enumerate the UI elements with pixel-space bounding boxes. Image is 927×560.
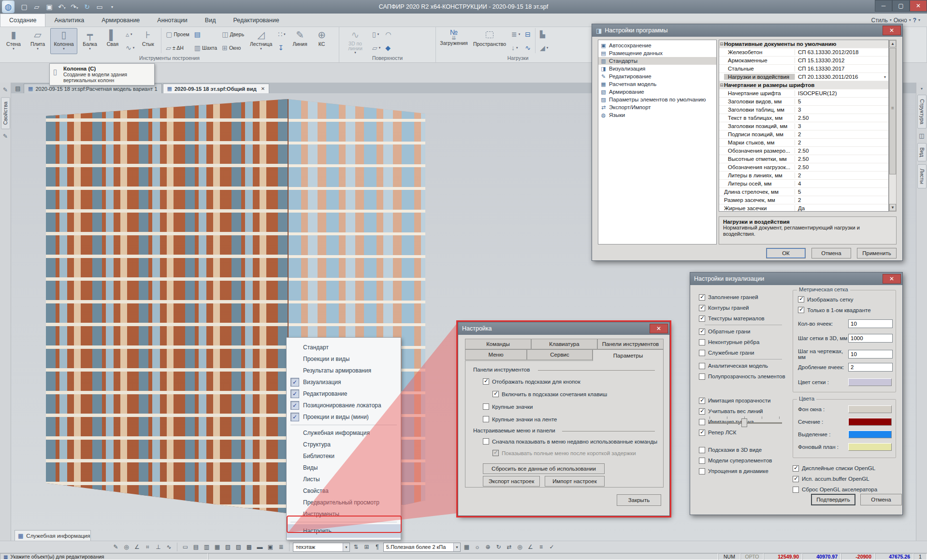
toolbar-icon[interactable]: ∿ <box>164 543 174 552</box>
context-menu-item[interactable]: ✓ Свойства <box>287 485 401 497</box>
slope-load-button[interactable]: ◢▾ <box>538 42 550 54</box>
toolbar-icon[interactable]: ▭ <box>181 543 190 552</box>
toolbar-icon[interactable]: ▨ <box>234 543 243 552</box>
database-icon[interactable]: ◫ <box>916 132 927 139</box>
joint-button[interactable]: ⊦Стык <box>137 28 159 54</box>
sheets-panel-tab[interactable]: Листы <box>917 164 927 188</box>
toolbar-icon[interactable]: ▥ <box>202 543 211 552</box>
vis-checkbox-row[interactable]: Контуры граней <box>690 302 792 313</box>
load-case-combobox[interactable]: 5.Полезная более 2 кПа ▼ <box>383 543 461 552</box>
qat-overflow-icon[interactable]: ▾ <box>107 5 117 9</box>
save-file-icon[interactable]: ▣ <box>44 3 54 11</box>
customize-dialog-titlebar[interactable]: Настройка ✕ <box>458 322 669 335</box>
close-dialog-button[interactable]: ✕ <box>650 324 668 333</box>
checkbox-large-ribbon-icons[interactable]: Крупные значки на ленте <box>483 416 557 422</box>
tree-item[interactable]: ✎ Редактирование <box>598 72 716 80</box>
toolbar-icon[interactable]: ▩ <box>245 543 254 552</box>
tab-analytics[interactable]: Аналитика <box>45 14 93 27</box>
window-menu-item[interactable]: Окно <box>894 17 907 24</box>
property-row[interactable]: ⊟ Размер засечек, мм 2 ▾ <box>719 196 888 204</box>
point-load-button[interactable]: ↓▾ <box>509 42 522 54</box>
context-menu-item[interactable]: ✓ Стандарт <box>287 342 401 353</box>
anchor-button[interactable]: ↧ <box>276 42 287 54</box>
background-plan-swatch[interactable] <box>848 443 892 451</box>
slab-button[interactable]: ▱Плита▾ <box>26 28 49 54</box>
tab-create[interactable]: Создание <box>0 14 45 27</box>
checkbox-large-icons[interactable]: Крупные значки <box>483 403 533 410</box>
delta-h-button[interactable]: ▱± ΔН <box>164 42 191 54</box>
space-button[interactable]: Пространство <box>471 28 508 54</box>
vis-checkbox-row[interactable]: Упрощения в динамике <box>690 466 792 476</box>
tab-keyboard[interactable]: Клавиатура <box>531 339 597 349</box>
property-row[interactable]: ⊟ Текст в таблицах, мм 2.50 ▾ <box>719 114 888 122</box>
context-menu-item-customize[interactable]: ✓ Настроить... <box>287 524 401 538</box>
property-row[interactable]: ⊟ Заголовки позиций, мм 3 ▾ <box>719 122 888 130</box>
property-row[interactable]: ⊟ Нормативные документы по умолчанию ▾ <box>719 40 888 48</box>
toolbar-icon[interactable]: ∠ <box>526 543 535 552</box>
toolbar-icon[interactable]: ☼ <box>473 543 482 552</box>
checkbox-include-shortcuts[interactable]: Включить в подсказки сочетания клавиш <box>492 391 607 397</box>
tab-commands[interactable]: Команды <box>465 339 531 349</box>
tree-item[interactable]: ▥ Стандарты <box>598 57 716 65</box>
toolbar-icon[interactable]: ¶ <box>373 543 382 552</box>
toolbar-icon[interactable]: ↻ <box>494 543 503 552</box>
help-icon[interactable]: ? <box>913 17 916 24</box>
context-menu-item[interactable]: ✓ Позиционирование локатора <box>287 400 401 411</box>
vis-checkbox-row[interactable]: Полупрозрачность элементов <box>690 371 792 382</box>
confirm-button[interactable]: Подтвердить <box>811 494 855 505</box>
style-menu[interactable]: Стиль <box>871 17 888 24</box>
arch-button[interactable]: ◠ <box>383 28 393 41</box>
wall-button[interactable]: ▮Стена▾ <box>2 28 25 54</box>
property-row[interactable]: ⊟ Начертание шрифта ISOCPEUR(12) ▾ <box>719 89 888 98</box>
vis-checkbox-row[interactable]: Обратные грани <box>690 326 792 337</box>
vis-checkbox-row[interactable]: Неконтурные рёбра <box>690 337 792 347</box>
cancel-button[interactable]: Отмена <box>860 494 902 505</box>
app-logo-icon[interactable]: ◍ <box>2 0 14 13</box>
property-row[interactable]: ⊟ Длина стрелочек, мм 5 ▾ <box>719 188 888 196</box>
vis-checkbox-row[interactable]: Служебные грани <box>690 347 792 358</box>
loadings-button[interactable]: №⇊Загружения <box>438 28 470 54</box>
vehicle-load-button[interactable]: ⊟ <box>523 28 533 41</box>
drawing-step-input[interactable] <box>848 350 893 359</box>
section-color-swatch[interactable] <box>848 418 892 426</box>
context-menu-item[interactable]: ✓ Результаты армирования <box>287 365 401 376</box>
shaft-3d-button[interactable]: ▤ <box>192 28 219 41</box>
opengl-checkbox-row[interactable]: Исп. accum.buffer OpenGL <box>787 474 898 484</box>
tab-toolbars[interactable]: Панели инструментов <box>597 339 664 349</box>
cancel-button[interactable]: Отмена <box>811 248 851 258</box>
vis-checkbox-row[interactable]: Учитывать вес линий <box>690 406 792 416</box>
undo-icon[interactable]: ↶▾ <box>57 3 67 11</box>
view-panel-tab[interactable]: Вид <box>917 143 927 161</box>
opening-button[interactable]: ▢Проем <box>164 28 191 41</box>
context-menu-item[interactable]: ✓ Проекции и виды <box>287 353 401 365</box>
toolbar-icon[interactable]: ⇄ <box>505 543 514 552</box>
solid-surface-button[interactable]: ▱▾ <box>370 42 382 54</box>
property-row[interactable]: ⊟ Нагрузки и воздействия СП 20.13330.201… <box>719 73 888 81</box>
property-row[interactable]: ⊟ Обозначения размеро... 2.50 ▾ <box>719 147 888 155</box>
property-row[interactable]: ⊟ Жирные засечки Да ▾ <box>719 204 888 212</box>
tree-item[interactable]: ▨ Параметры элементов по умолчанию <box>598 96 716 103</box>
column-button[interactable]: ▯Колонна▾ <box>50 28 77 54</box>
surface-3d-button[interactable]: ∿3D по линии▾ <box>341 28 369 54</box>
tab-editing[interactable]: Редактирование <box>224 14 288 27</box>
grid-color-swatch[interactable] <box>848 378 892 386</box>
open-file-icon[interactable]: ▱ <box>32 3 42 11</box>
property-row[interactable]: ⊟ Литеры в линиях, мм 2 ▾ <box>719 172 888 180</box>
property-row[interactable]: ⊟ Заголовки видов, мм 5 ▾ <box>719 98 888 106</box>
tree-item[interactable]: ⇄ Экспорт/Импорт <box>598 103 716 111</box>
program-settings-titlebar[interactable]: ◨ Настройки программы ✕ <box>592 24 902 37</box>
window-bg-swatch[interactable] <box>848 405 892 413</box>
ok-button[interactable]: ОК <box>766 248 806 258</box>
tab-service[interactable]: Сервис <box>527 349 593 360</box>
tab-reinforcement[interactable]: Армирование <box>93 14 148 27</box>
property-row[interactable]: ⊟ Железобетон СП 63.13330.2012/2018 ▾ <box>719 48 888 57</box>
import-settings-button[interactable]: Импорт настроек <box>545 476 605 487</box>
context-menu-item[interactable]: ✓ Редактирование <box>287 388 401 400</box>
measure-icon[interactable]: ▭ <box>95 3 104 11</box>
context-menu-item[interactable]: ✓ Проекции и виды (мини) <box>287 411 401 423</box>
toolbar-icon[interactable]: ≡ <box>536 543 546 552</box>
export-settings-button[interactable]: Экспорт настроек <box>483 476 540 487</box>
toolbar-icon[interactable]: ▦ <box>462 543 471 552</box>
distributed-load-button[interactable]: ≣▾ <box>509 28 522 41</box>
toolbar-icon[interactable]: ◎ <box>122 543 131 552</box>
